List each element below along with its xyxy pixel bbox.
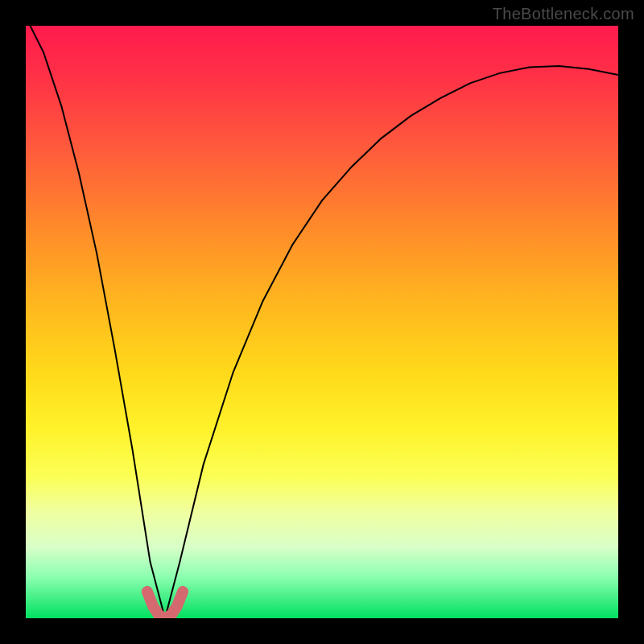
chart-frame: TheBottleneck.com: [0, 0, 644, 644]
watermark-text: TheBottleneck.com: [493, 5, 634, 23]
plot-area: [26, 26, 618, 618]
curve-layer: [26, 26, 618, 618]
notch-marker: [147, 592, 183, 618]
bottleneck-curve: [26, 26, 618, 618]
